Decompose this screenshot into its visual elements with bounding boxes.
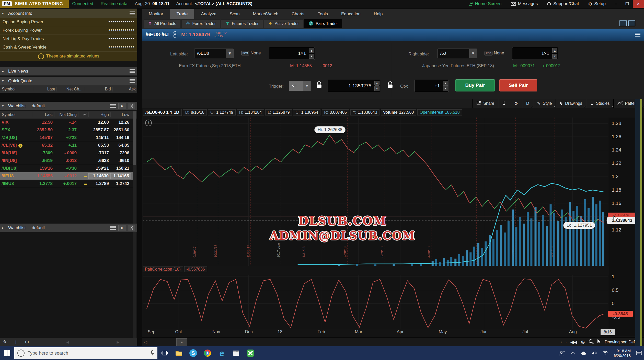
setup-button[interactable]: ⚙ Setup <box>583 0 610 8</box>
menu-icon[interactable] <box>110 226 116 230</box>
live-news-header[interactable]: ▸ Live News <box>0 67 137 76</box>
small-left-icon[interactable]: ‹ <box>561 340 562 344</box>
tab-help[interactable]: Help <box>367 9 389 19</box>
watchlist-column[interactable]: Last <box>33 112 54 117</box>
subtab-forex-trader[interactable]: Forex Trader <box>181 19 220 28</box>
time-axis[interactable]: SepOctNovDec18FebMarAprMayJunJulAug <box>143 329 608 336</box>
onedrive-icon[interactable] <box>579 346 589 360</box>
chart-settings-icon[interactable]: ⚙ <box>510 99 522 108</box>
edge-icon[interactable]: e <box>215 346 229 360</box>
spin-up-icon[interactable]: ▲ <box>443 81 448 86</box>
dropdown-arrow-icon[interactable]: ▼ <box>303 81 310 91</box>
spin-down-icon[interactable]: ▼ <box>309 54 314 59</box>
tab-tools[interactable]: Tools <box>311 9 335 19</box>
watchlist-row[interactable]: /6EU81.14555-.0012▬1.146301.14165 <box>0 172 133 180</box>
watchlist-symbol[interactable]: VIX <box>0 120 33 125</box>
cursor-tool-icon[interactable] <box>597 339 601 345</box>
menu-icon[interactable] <box>110 104 116 108</box>
taskbar-search-input[interactable]: Type here to search <box>14 347 157 359</box>
buy-pair-button[interactable]: Buy Pair <box>455 79 495 91</box>
support-chat-button[interactable]: Support/Chat <box>542 0 583 8</box>
realtime-data-status[interactable]: Realtime data <box>101 1 128 6</box>
watchlist-symbol[interactable]: /CL[V8]! <box>0 143 33 148</box>
add-icon[interactable]: + <box>14 339 18 345</box>
watchlist-symbol[interactable]: /6EU8 <box>0 173 33 179</box>
watchlist-row[interactable]: /ZB[U8]145'07+0'22145'11144'19 <box>0 134 133 142</box>
account-info-header[interactable]: ▾ Account Info <box>0 9 137 18</box>
quick-quote-column-last[interactable]: Last <box>34 87 56 91</box>
show-hidden-icons[interactable] <box>568 346 578 360</box>
pair-symbol[interactable]: /6EU8-/6J <box>146 32 169 38</box>
sell-pair-button[interactable]: Sell Pair <box>499 79 537 91</box>
account-selector[interactable]: <TOTAL> (ALL ACCOUNTS) <box>195 1 252 6</box>
layout-icons[interactable] <box>619 20 635 26</box>
spin-up-icon[interactable]: ▲ <box>552 48 557 53</box>
menu-icon[interactable] <box>130 69 135 73</box>
link-icon[interactable] <box>128 225 135 231</box>
timeframe-button[interactable]: D <box>522 99 533 108</box>
link-icon[interactable] <box>128 103 135 109</box>
restore-button[interactable]: ❐ <box>622 0 633 8</box>
watchlist-column[interactable]: Low <box>110 112 131 117</box>
task-view-icon[interactable] <box>157 346 172 360</box>
main-chart-plot[interactable]: 9/29/1710/31/1711/30/172017 year1/31/182… <box>143 118 608 266</box>
qty-spinner[interactable]: +1 ▲▼ <box>415 80 449 92</box>
zoom-icon[interactable] <box>589 339 594 345</box>
watchlist-symbol[interactable]: /ZB[U8] <box>0 135 33 140</box>
trigger-operator-dropdown[interactable]: <=▼ <box>289 81 311 91</box>
scroll-thumb[interactable]: ≡ <box>176 338 187 346</box>
watchlist-row[interactable]: /UB[U8]159'16+0'30159'21158'21 <box>0 165 133 172</box>
watchlist-symbol[interactable]: SPX <box>0 127 33 133</box>
network-icon[interactable] <box>600 346 610 360</box>
correlation-plot[interactable] <box>143 275 608 329</box>
tab-marketwatch[interactable]: MarketWatch <box>246 9 285 19</box>
spin-up-icon[interactable]: ▲ <box>374 81 379 86</box>
edit-pencil-icon[interactable]: ✎ <box>3 339 7 345</box>
scrollbar-thumb[interactable] <box>133 111 136 165</box>
menu-icon[interactable] <box>635 33 640 37</box>
watchlist-row[interactable]: /6BU81.2778+.0017▬1.27891.2742 <box>0 180 133 188</box>
studies-button[interactable]: Studies <box>586 99 613 108</box>
lock-icon[interactable] <box>316 81 322 90</box>
small-right-icon[interactable]: › <box>566 340 567 344</box>
action-center-icon[interactable] <box>634 346 644 360</box>
spin-down-icon[interactable]: ▼ <box>374 86 379 91</box>
tab-trade[interactable]: Trade <box>170 9 194 19</box>
chart-info-icon[interactable]: i <box>145 120 152 126</box>
watchlist-row[interactable]: /CL[V8]!65.32+.1165.5364.85 <box>0 142 133 149</box>
right-symbol-dropdown[interactable]: /6J▼ <box>438 49 477 58</box>
fast-backward-icon[interactable]: ◀◀ <box>570 340 577 345</box>
watchlist-symbol[interactable]: /6BU8 <box>0 181 33 186</box>
watchlist-column[interactable] <box>78 112 88 117</box>
watchlist-row[interactable]: VIX12.50-.1412.6012.26 <box>0 119 133 126</box>
watchlist-name-dropdown[interactable]: default <box>32 103 45 109</box>
watchlist-column[interactable]: Net Chng <box>54 112 78 117</box>
spin-down-icon[interactable]: ▼ <box>443 86 448 91</box>
drawings-button[interactable]: Drawings <box>556 99 586 108</box>
file-explorer-icon[interactable] <box>172 346 186 360</box>
crosshair-mode-icon[interactable]: ⊕ <box>581 339 585 345</box>
speaker-icon[interactable] <box>590 346 599 360</box>
reorder-control[interactable]: ▲▼ <box>118 103 125 109</box>
reorder-control[interactable]: ▲▼ <box>118 225 125 231</box>
subtab-all-products[interactable]: All Products <box>144 19 180 28</box>
tab-scan[interactable]: Scan <box>223 9 246 19</box>
watchlist-row[interactable]: /6N[U8].6619-.0013.6633.6610 <box>0 157 133 165</box>
studies-quick-icon[interactable] <box>498 99 510 108</box>
taskbar-clock[interactable]: 9:18 AM 6/20/2018 <box>611 348 633 358</box>
study-title[interactable]: PairCorrelation (10) <box>143 266 183 272</box>
dropdown-arrow-icon[interactable]: ▼ <box>226 49 233 58</box>
subtab-pairs-trader[interactable]: Pairs Trader <box>304 19 342 28</box>
tab-charts[interactable]: Charts <box>285 9 311 19</box>
chrome-icon[interactable] <box>200 346 215 360</box>
microphone-icon[interactable] <box>150 350 154 356</box>
window-icon[interactable] <box>619 20 627 26</box>
menu-icon[interactable] <box>130 11 135 15</box>
quick-quote-column-bid[interactable]: Bid <box>84 87 112 91</box>
thinkorswim-icon[interactable] <box>243 346 258 360</box>
subtab-active-trader[interactable]: Active Trader <box>264 19 303 28</box>
minimize-button[interactable]: – <box>610 0 622 8</box>
share-button[interactable]: Share <box>472 99 498 108</box>
quick-quote-column-symbol[interactable]: Symbol <box>0 87 34 91</box>
left-ratio-spinner[interactable]: 1×1 ▲▼ <box>269 47 315 60</box>
